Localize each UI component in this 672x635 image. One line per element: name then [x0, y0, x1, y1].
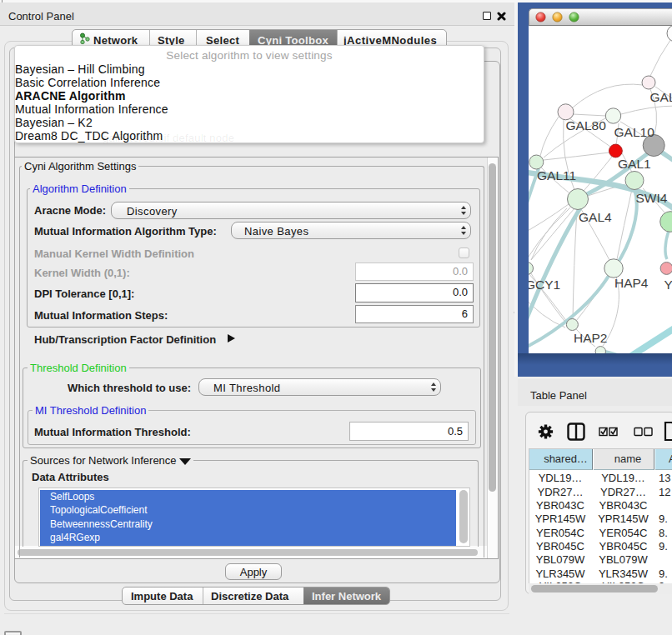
svg-text:GAL2: GAL2: [650, 90, 672, 104]
svg-text:YE: YE: [664, 278, 672, 292]
svg-text:GAL11: GAL11: [537, 168, 576, 182]
svg-text:GCY1: GCY1: [529, 278, 560, 292]
svg-text:SWI4: SWI4: [636, 191, 668, 205]
svg-text:HAP4: HAP4: [614, 276, 649, 290]
svg-text:GAL80: GAL80: [566, 118, 607, 132]
svg-text:GAL10: GAL10: [614, 125, 655, 139]
svg-text:GAL1: GAL1: [618, 157, 651, 171]
svg-text:HAP2: HAP2: [574, 331, 608, 345]
svg-text:GAL4: GAL4: [579, 210, 612, 224]
